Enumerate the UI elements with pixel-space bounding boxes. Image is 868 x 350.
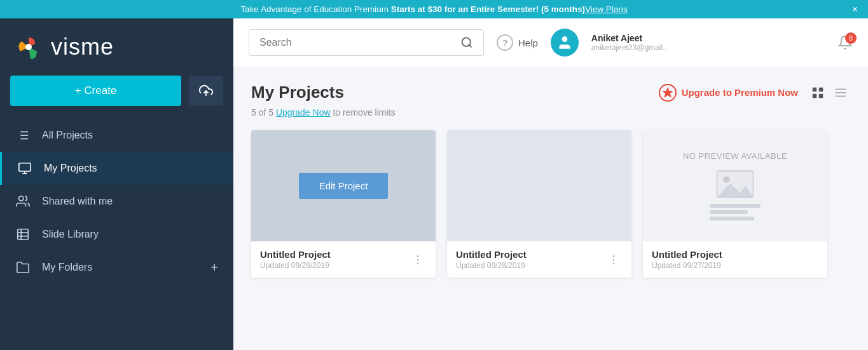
premium-star-icon	[659, 84, 677, 102]
sidebar-item-shared-with-me[interactable]: Shared with me	[0, 185, 233, 218]
ellipsis-icon	[607, 253, 620, 266]
project-thumbnail-1: Edit Project	[251, 130, 436, 241]
page-title: My Projects	[251, 83, 344, 102]
all-projects-icon	[15, 128, 31, 143]
sidebar-item-slide-library[interactable]: Slide Library	[0, 218, 233, 251]
sidebar: visme + Create All Projects	[0, 18, 233, 350]
table-row[interactable]: Untitled Project Updated 09/28/2019	[447, 130, 631, 278]
project-thumbnail-2	[447, 130, 631, 241]
project-menu-button[interactable]	[409, 251, 427, 269]
notification-button[interactable]: 8	[837, 35, 853, 50]
svg-rect-13	[18, 229, 29, 240]
top-banner: Take Advantage of Education Premium Star…	[0, 0, 868, 18]
grid-icon	[811, 86, 825, 100]
banner-text: Take Advantage of Education Premium Star…	[240, 4, 627, 14]
project-name: Untitled Project	[456, 249, 605, 260]
grid-view-button[interactable]	[808, 83, 827, 102]
project-meta-2: Untitled Project Updated 09/28/2019	[456, 249, 605, 270]
sidebar-item-my-projects[interactable]: My Projects	[0, 152, 233, 185]
table-row[interactable]: Edit Project Untitled Project Updated 09…	[251, 130, 436, 278]
project-menu-button[interactable]	[605, 251, 623, 269]
notification-badge: 8	[845, 32, 857, 44]
no-preview-image-icon	[710, 168, 761, 220]
image-placeholder-icon	[716, 168, 754, 200]
create-button[interactable]: + Create	[10, 76, 181, 106]
project-info-3: Untitled Project Updated 09/27/2019	[643, 241, 827, 278]
upgrade-now-link[interactable]: Upgrade Now	[276, 107, 331, 118]
slide-library-icon	[15, 227, 31, 242]
project-meta-1: Untitled Project Updated 09/28/2019	[260, 249, 409, 270]
project-info-1: Untitled Project Updated 09/28/2019	[251, 241, 436, 278]
project-name: Untitled Project	[652, 249, 818, 260]
user-name: Aniket Ajeet	[591, 33, 825, 43]
content-header: ? Help Aniket Ajeet aniketajeet23@gmail.…	[233, 18, 868, 67]
svg-point-30	[417, 259, 419, 260]
sidebar-item-label: Shared with me	[42, 196, 113, 207]
svg-point-33	[613, 259, 615, 260]
projects-grid: Edit Project Untitled Project Updated 09…	[251, 130, 850, 278]
user-info: Aniket Ajeet aniketajeet23@gmail...	[591, 33, 825, 52]
edit-project-button[interactable]: Edit Project	[299, 173, 389, 199]
add-folder-button[interactable]: +	[210, 260, 218, 275]
svg-point-1	[25, 44, 32, 50]
help-label: Help	[518, 37, 538, 48]
svg-marker-21	[662, 87, 673, 98]
upgrade-premium-label: Upgrade to Premium Now	[682, 87, 798, 98]
list-icon	[834, 86, 848, 100]
shared-icon	[15, 194, 31, 209]
upload-icon	[199, 84, 213, 98]
banner-close-button[interactable]: ×	[852, 4, 858, 15]
svg-point-32	[613, 255, 615, 257]
project-updated: Updated 09/28/2019	[456, 261, 605, 270]
svg-rect-23	[819, 87, 823, 91]
user-icon	[556, 34, 573, 51]
visme-logo-icon	[13, 31, 45, 63]
help-circle-icon: ?	[497, 34, 513, 51]
sidebar-item-label: Slide Library	[42, 229, 99, 240]
project-name: Untitled Project	[260, 249, 409, 260]
avatar[interactable]	[551, 29, 579, 57]
logo-text: visme	[51, 34, 114, 60]
projects-area: My Projects Upgrade to Premium Now	[233, 67, 868, 350]
svg-point-17	[462, 38, 471, 46]
search-input[interactable]	[259, 37, 454, 48]
my-projects-icon	[17, 161, 32, 176]
view-plans-link[interactable]: View Plans	[585, 4, 628, 14]
projects-header: My Projects Upgrade to Premium Now	[251, 83, 850, 102]
svg-point-31	[417, 262, 419, 264]
logo-area: visme	[0, 25, 233, 76]
ellipsis-icon	[411, 253, 424, 266]
upload-button[interactable]	[189, 76, 223, 105]
table-row[interactable]: NO PREVIEW AVAILABLE	[643, 130, 827, 278]
svg-line-18	[469, 45, 472, 48]
project-updated: Updated 09/28/2019	[260, 261, 409, 270]
svg-rect-25	[819, 93, 823, 97]
no-preview-text: NO PREVIEW AVAILABLE	[683, 151, 787, 161]
folders-icon	[15, 260, 31, 275]
sidebar-item-all-projects[interactable]: All Projects	[0, 119, 233, 152]
help-button[interactable]: ? Help	[497, 34, 538, 51]
svg-point-12	[19, 196, 24, 201]
project-meta-3: Untitled Project Updated 09/27/2019	[652, 249, 818, 270]
sidebar-item-my-folders[interactable]: My Folders +	[0, 251, 233, 284]
svg-rect-22	[813, 87, 816, 91]
list-view-button[interactable]	[831, 83, 850, 102]
project-thumbnail-3: NO PREVIEW AVAILABLE	[643, 130, 827, 241]
user-email: aniketajeet23@gmail...	[591, 43, 825, 52]
view-toggle	[808, 83, 850, 102]
sidebar-item-label: My Projects	[44, 163, 97, 174]
sidebar-actions: + Create	[0, 76, 233, 119]
project-info-2: Untitled Project Updated 09/28/2019	[447, 241, 631, 278]
svg-point-34	[613, 262, 615, 264]
upgrade-premium-button[interactable]: Upgrade to Premium Now	[659, 84, 798, 102]
search-box	[249, 29, 484, 56]
content-area: ? Help Aniket Ajeet aniketajeet23@gmail.…	[233, 18, 868, 350]
svg-point-36	[723, 176, 730, 183]
svg-rect-24	[813, 93, 816, 97]
projects-limit: 5 of 5 Upgrade Now to remove limits	[251, 107, 850, 118]
sidebar-item-label: All Projects	[42, 130, 93, 141]
svg-point-19	[562, 36, 568, 42]
svg-rect-9	[19, 163, 31, 172]
project-updated: Updated 09/27/2019	[652, 261, 818, 270]
search-icon[interactable]	[460, 36, 473, 49]
